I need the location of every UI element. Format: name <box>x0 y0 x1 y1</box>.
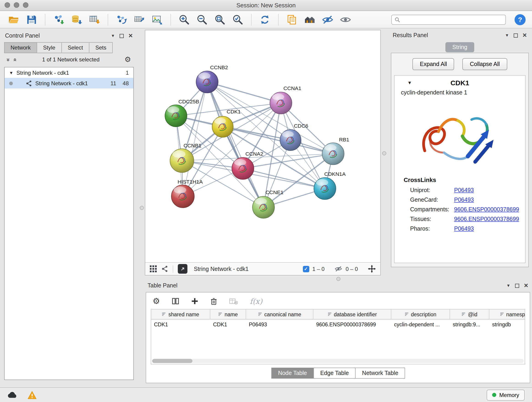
splitter-handle[interactable] <box>336 277 341 281</box>
warning-icon[interactable] <box>27 391 37 399</box>
float-panel-icon[interactable]: ▼ <box>111 34 115 38</box>
cell-name[interactable]: CDK1 <box>210 319 246 330</box>
table-row[interactable]: CDK1 CDK1 P06493 9606.ENSP00000378699 cy… <box>151 319 525 330</box>
minimize-window-button[interactable] <box>14 2 19 8</box>
columns-icon[interactable] <box>172 298 179 305</box>
delete-table-icon-disabled[interactable] <box>229 298 238 305</box>
maximize-panel-icon[interactable] <box>515 283 519 288</box>
cloud-icon[interactable] <box>7 391 17 398</box>
table-settings-gear-icon[interactable]: ⚙ <box>152 297 160 305</box>
search-input[interactable] <box>402 16 503 23</box>
maximize-panel-icon[interactable] <box>120 34 124 38</box>
network-share-icon[interactable] <box>161 265 168 272</box>
zoom-out-button[interactable] <box>195 12 209 27</box>
crosslink-tissues-link[interactable]: 9606.ENSP00000378699 <box>454 216 519 222</box>
horizontal-scrollbar[interactable] <box>152 359 524 363</box>
splitter-handle[interactable] <box>382 151 386 155</box>
tab-edge-table[interactable]: Edge Table <box>313 368 356 379</box>
cell-canonical-name[interactable]: P06493 <box>246 319 313 330</box>
column-header-shared-name[interactable]: shared name <box>151 309 210 319</box>
import-table-button[interactable] <box>87 12 102 27</box>
open-session-button[interactable] <box>6 12 21 27</box>
tab-style[interactable]: Style <box>37 42 62 53</box>
maximize-panel-icon[interactable] <box>514 33 518 37</box>
splitter-handle[interactable] <box>140 206 144 210</box>
cell-database-identifier[interactable]: 9606.ENSP00000378699 <box>313 319 391 330</box>
export-image-button[interactable] <box>150 12 165 27</box>
column-header-canonical-name[interactable]: canonical name <box>246 309 313 319</box>
import-network-database-button[interactable] <box>69 12 84 27</box>
hidden-eye-slash-icon[interactable] <box>335 265 342 273</box>
network-edge[interactable] <box>223 127 333 154</box>
network-row[interactable]: String Network - cdk1 11 48 <box>5 78 133 89</box>
zoom-in-button[interactable] <box>177 12 191 27</box>
cell-namespace[interactable]: stringdb <box>489 319 525 330</box>
tab-sets[interactable]: Sets <box>89 42 113 53</box>
tree-expand-icon[interactable]: ▼ <box>9 70 13 75</box>
network-node-ccnb2[interactable]: CCNB2 <box>196 64 228 93</box>
network-canvas[interactable]: CCNB2CCNA1CDC25BCDK1CDC6RB1CCNB1CCNA2CDK… <box>145 30 380 262</box>
tab-node-table[interactable]: Node Table <box>271 368 314 379</box>
network-collection-row[interactable]: ▼ String Network - cdk1 1 <box>5 67 133 78</box>
refresh-layout-button[interactable] <box>258 12 272 27</box>
close-window-button[interactable] <box>5 2 10 8</box>
tab-network-table[interactable]: Network Table <box>355 368 405 379</box>
function-builder-button-disabled[interactable]: f(x) <box>250 297 262 306</box>
help-button[interactable]: ? <box>515 14 526 25</box>
crosslink-pharos-link[interactable]: P06493 <box>454 225 474 232</box>
zoom-selected-button[interactable] <box>230 12 245 27</box>
grid-view-icon[interactable] <box>150 265 157 272</box>
crosslink-genecard-link[interactable]: P06493 <box>454 196 474 203</box>
export-table-button[interactable] <box>132 12 147 27</box>
detach-view-button[interactable] <box>178 264 187 274</box>
trash-icon[interactable] <box>210 297 217 305</box>
import-network-file-button[interactable] <box>51 12 66 27</box>
close-panel-icon[interactable]: ✕ <box>128 33 133 38</box>
pan-move-icon[interactable] <box>368 265 376 273</box>
selected-checkbox[interactable]: ✓ <box>303 266 309 272</box>
column-header-name[interactable]: name <box>210 309 246 319</box>
close-panel-icon[interactable]: ✕ <box>522 32 527 38</box>
expand-all-networks-icon[interactable]: » <box>6 58 12 61</box>
string-home-button[interactable] <box>302 12 317 27</box>
zoom-window-button[interactable] <box>23 2 28 8</box>
expand-all-button[interactable]: Expand All <box>413 58 454 70</box>
column-header-database-identifier[interactable]: database identifier <box>313 309 391 319</box>
tab-network[interactable]: Network <box>4 42 37 53</box>
tab-string[interactable]: String <box>445 42 474 52</box>
network-edge[interactable] <box>207 82 281 103</box>
column-header-id[interactable]: @id <box>450 309 489 319</box>
network-node-cdkn1a[interactable]: CDKN1A <box>314 171 346 200</box>
show-all-button[interactable] <box>338 12 353 27</box>
cell-shared-name[interactable]: CDK1 <box>151 319 210 330</box>
gene-section-header[interactable]: ▼ CDK1 <box>394 76 525 89</box>
memory-button[interactable]: Memory <box>486 389 525 400</box>
float-panel-icon[interactable]: ▼ <box>505 33 509 37</box>
cell-description[interactable]: cyclin-dependent ... <box>391 319 450 330</box>
collapse-all-button[interactable]: Collapse All <box>462 58 507 70</box>
zoom-fit-button[interactable] <box>213 12 227 27</box>
tab-select[interactable]: Select <box>61 42 89 53</box>
network-node-rb1[interactable]: RB1 <box>322 137 349 165</box>
network-node-cdk1[interactable]: CDK1 <box>212 109 241 137</box>
add-column-icon[interactable] <box>191 298 198 305</box>
crosslink-compartments-link[interactable]: 9606.ENSP00000378699 <box>454 206 519 212</box>
collapse-all-networks-icon[interactable]: « <box>13 58 19 61</box>
clone-network-button[interactable] <box>114 12 129 27</box>
crosslink-uniprot-link[interactable]: P06493 <box>454 187 474 193</box>
hide-selected-button[interactable] <box>320 12 335 27</box>
collapse-section-icon[interactable]: ▼ <box>407 80 412 85</box>
column-header-namespace[interactable]: namespace <box>489 309 525 319</box>
column-header-description[interactable]: description <box>391 309 450 319</box>
network-node-ccnb1[interactable]: CCNB1 <box>170 143 201 172</box>
cell-id[interactable]: stringdb:9... <box>450 319 489 330</box>
network-edge[interactable] <box>207 82 264 207</box>
network-node-ccna1[interactable]: CCNA1 <box>270 85 301 114</box>
scrollbar-thumb[interactable] <box>152 359 192 363</box>
close-panel-icon[interactable]: ✕ <box>524 283 528 288</box>
save-session-button[interactable] <box>24 12 39 27</box>
float-panel-icon[interactable]: ▼ <box>506 283 510 288</box>
network-svg[interactable]: CCNB2CCNA1CDC25BCDK1CDC6RB1CCNB1CCNA2CDK… <box>145 30 380 262</box>
network-node-hist1h1a[interactable]: HIST1H1A <box>171 179 203 208</box>
duplicate-document-button[interactable] <box>285 12 299 27</box>
